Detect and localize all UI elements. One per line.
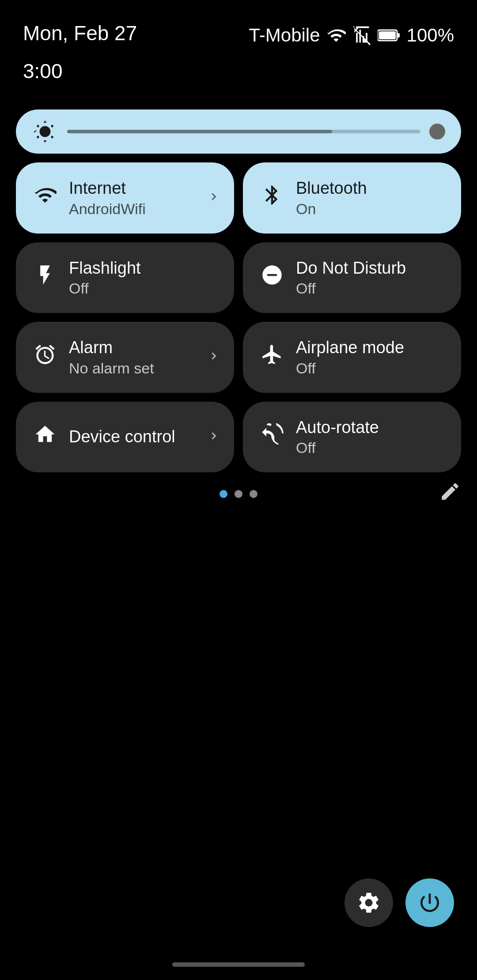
settings-button[interactable] (344, 878, 393, 927)
bluetooth-subtitle: On (296, 200, 443, 218)
bluetooth-title: Bluetooth (296, 178, 443, 199)
brightness-icon (32, 118, 58, 145)
bluetooth-icon (261, 184, 284, 212)
tile-bluetooth[interactable]: BluetoothOn (243, 162, 461, 234)
quick-settings-panel: InternetAndroidWifiBluetoothOnFlashlight… (16, 109, 461, 498)
devicecontrol-title: Device control (69, 427, 216, 447)
edit-quick-settings-button[interactable] (439, 481, 461, 508)
alarm-arrow-icon (207, 347, 221, 367)
nav-bar (172, 962, 305, 967)
internet-subtitle: AndroidWifi (69, 200, 216, 218)
autorotate-title: Auto-rotate (296, 418, 443, 438)
brightness-bar[interactable] (16, 109, 461, 154)
internet-arrow-icon (207, 188, 221, 208)
tile-devicecontrol[interactable]: Device control (16, 402, 234, 473)
status-time: 3:00 (0, 55, 477, 83)
donotdisturb-subtitle: Off (296, 280, 443, 297)
bottom-buttons (344, 878, 454, 927)
tile-donotdisturb[interactable]: Do Not DisturbOff (243, 242, 461, 313)
autorotate-subtitle: Off (296, 439, 443, 456)
donotdisturb-icon (261, 264, 284, 292)
airplanemode-subtitle: Off (296, 360, 443, 377)
alarm-title: Alarm (69, 338, 216, 358)
devicecontrol-icon (34, 423, 57, 451)
battery-icon (378, 26, 401, 45)
page-dot-3 (250, 490, 257, 498)
battery-label: 100% (407, 25, 454, 46)
page-dot-1 (220, 490, 227, 498)
tile-autorotate[interactable]: Auto-rotateOff (243, 402, 461, 473)
tile-airplanemode[interactable]: Airplane modeOff (243, 322, 461, 393)
flashlight-subtitle: Off (69, 280, 216, 297)
autorotate-icon (261, 423, 284, 451)
tiles-grid: InternetAndroidWifiBluetoothOnFlashlight… (16, 162, 461, 472)
tile-flashlight[interactable]: FlashlightOff (16, 242, 234, 313)
power-button[interactable] (405, 878, 454, 927)
status-date: Mon, Feb 27 (23, 21, 137, 45)
donotdisturb-title: Do Not Disturb (296, 258, 443, 279)
flashlight-icon (34, 264, 57, 292)
signal-icon (352, 26, 371, 45)
wifi-icon (326, 26, 346, 45)
flashlight-title: Flashlight (69, 258, 216, 279)
svg-rect-2 (398, 33, 400, 38)
tile-internet[interactable]: InternetAndroidWifi (16, 162, 234, 234)
internet-title: Internet (69, 178, 216, 199)
airplanemode-icon (261, 343, 284, 371)
carrier-label: T-Mobile (249, 25, 320, 46)
airplanemode-title: Airplane mode (296, 338, 443, 358)
page-dot-2 (235, 490, 242, 498)
internet-icon (34, 184, 57, 212)
alarm-subtitle: No alarm set (69, 360, 216, 377)
page-indicators (16, 490, 461, 498)
devicecontrol-arrow-icon (207, 427, 221, 447)
svg-rect-1 (379, 31, 396, 39)
status-bar: Mon, Feb 27 T-Mobile 100% (0, 0, 477, 55)
status-right: T-Mobile 100% (249, 21, 454, 46)
alarm-icon (34, 343, 57, 371)
tile-alarm[interactable]: AlarmNo alarm set (16, 322, 234, 393)
